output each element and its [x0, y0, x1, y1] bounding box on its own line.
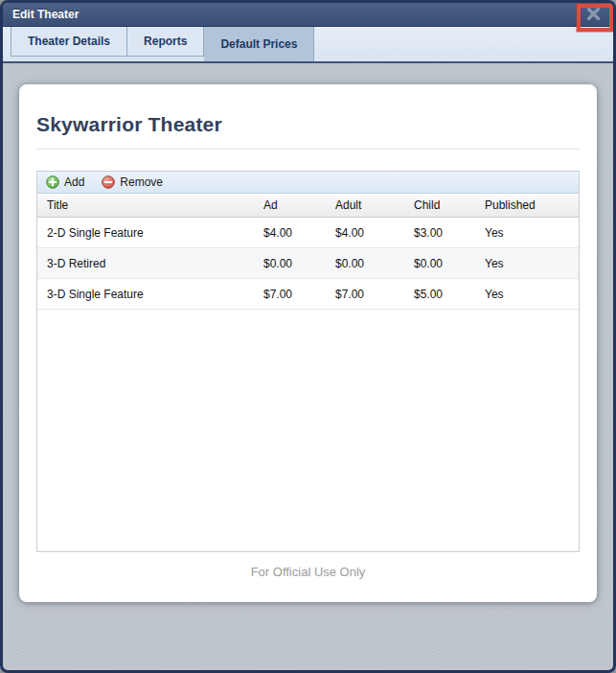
plus-circle-icon [46, 175, 59, 189]
column-header-ad[interactable]: Ad [254, 198, 326, 212]
x-close-icon [587, 7, 600, 24]
grid-empty-area [37, 310, 579, 551]
remove-button[interactable]: Remove [102, 175, 163, 189]
add-button-label: Add [64, 175, 84, 189]
cell-published: Yes [475, 257, 579, 270]
column-header-adult[interactable]: Adult [326, 198, 404, 212]
tab-default-prices[interactable]: Default Prices [204, 27, 314, 61]
column-header-title[interactable]: Title [37, 198, 254, 212]
dialog-titlebar: Edit Theater [3, 3, 613, 27]
cell-published: Yes [475, 226, 579, 240]
default-prices-panel: Skywarrior Theater [19, 84, 597, 602]
cell-ad: $4.00 [254, 226, 326, 240]
cell-child: $3.00 [404, 226, 475, 240]
cell-child: $0.00 [404, 257, 475, 270]
table-row[interactable]: 3-D Retired $0.00 $0.00 $0.00 Yes [37, 248, 579, 279]
theater-name-heading: Skywarrior Theater [36, 113, 580, 136]
cell-published: Yes [475, 288, 579, 301]
cell-adult: $7.00 [326, 288, 404, 301]
grid-toolbar: Add [37, 172, 579, 194]
edit-theater-dialog: Edit Theater Theater Details Reports Def… [0, 0, 616, 673]
cell-title: 3-D Single Feature [37, 288, 254, 301]
cell-adult: $4.00 [326, 226, 404, 240]
grid-header-row: Title Ad Adult Child Published [37, 194, 579, 218]
remove-button-label: Remove [120, 175, 163, 189]
tab-strip: Theater Details Reports Default Prices [3, 27, 613, 63]
cell-adult: $0.00 [326, 257, 404, 270]
cell-title: 3-D Retired [37, 257, 254, 270]
tab-label: Reports [144, 35, 187, 48]
prices-grid: Add [36, 171, 580, 552]
add-button[interactable]: Add [46, 175, 84, 189]
official-use-note: For Official Use Only [36, 565, 580, 579]
table-row[interactable]: 2-D Single Feature $4.00 $4.00 $3.00 Yes [37, 218, 579, 248]
cell-ad: $7.00 [254, 288, 326, 301]
cell-child: $5.00 [404, 288, 475, 301]
column-header-published[interactable]: Published [475, 198, 579, 212]
tab-label: Theater Details [28, 35, 110, 48]
table-row[interactable]: 3-D Single Feature $7.00 $7.00 $5.00 Yes [37, 279, 579, 310]
minus-circle-icon [102, 175, 115, 189]
cell-ad: $0.00 [254, 257, 326, 270]
tab-theater-details[interactable]: Theater Details [11, 27, 127, 57]
tab-label: Default Prices [220, 37, 297, 51]
cell-title: 2-D Single Feature [37, 226, 254, 240]
heading-divider [36, 149, 580, 150]
column-header-child[interactable]: Child [404, 198, 475, 212]
close-button[interactable] [582, 7, 604, 24]
dialog-title: Edit Theater [12, 8, 79, 21]
tab-reports[interactable]: Reports [127, 27, 204, 57]
